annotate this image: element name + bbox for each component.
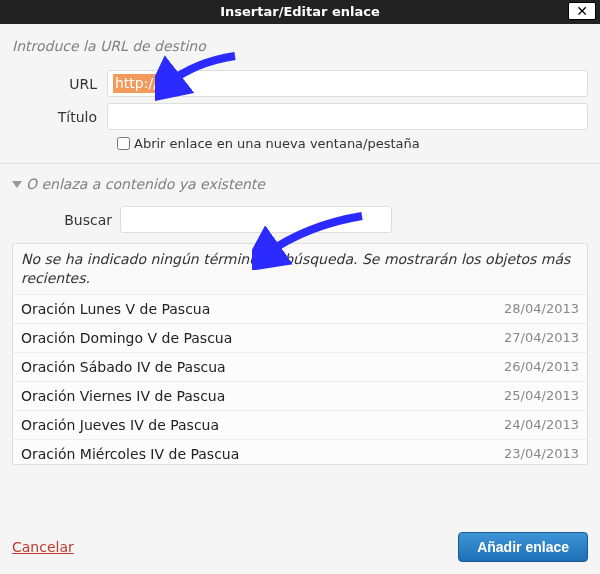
results-panel: No se ha indicado ningún término de búsq… bbox=[12, 243, 588, 465]
result-item[interactable]: Oración Domingo V de Pascua27/04/2013 bbox=[13, 324, 587, 353]
result-title: Oración Lunes V de Pascua bbox=[21, 301, 210, 317]
url-input[interactable]: http:// bbox=[107, 70, 588, 97]
dialog-footer: Cancelar Añadir enlace bbox=[0, 522, 600, 574]
dialog-titlebar: Insertar/Editar enlace ✕ bbox=[0, 0, 600, 24]
url-input-value: http:// bbox=[113, 74, 160, 93]
chevron-down-icon bbox=[12, 181, 22, 188]
result-item[interactable]: Oración Lunes V de Pascua28/04/2013 bbox=[13, 295, 587, 324]
result-item[interactable]: Oración Viernes IV de Pascua25/04/2013 bbox=[13, 382, 587, 411]
result-item[interactable]: Oración Jueves IV de Pascua24/04/2013 bbox=[13, 411, 587, 440]
result-date: 24/04/2013 bbox=[504, 417, 579, 432]
result-item[interactable]: Oración Sábado IV de Pascua26/04/2013 bbox=[13, 353, 587, 382]
url-label: URL bbox=[12, 76, 107, 92]
result-title: Oración Sábado IV de Pascua bbox=[21, 359, 226, 375]
existing-toggle[interactable]: O enlaza a contenido ya existente bbox=[12, 174, 588, 204]
result-date: 28/04/2013 bbox=[504, 301, 579, 316]
result-item[interactable]: Oración Miércoles IV de Pascua23/04/2013 bbox=[13, 440, 587, 464]
search-label: Buscar bbox=[12, 212, 120, 228]
title-label: Título bbox=[12, 109, 107, 125]
dialog-body: Introduce la URL de destino URL http:// … bbox=[0, 24, 600, 465]
results-scroll[interactable]: No se ha indicado ningún término de búsq… bbox=[13, 244, 587, 464]
result-title: Oración Miércoles IV de Pascua bbox=[21, 446, 239, 462]
divider bbox=[0, 163, 600, 164]
cancel-link[interactable]: Cancelar bbox=[12, 539, 74, 555]
title-input[interactable] bbox=[107, 103, 588, 130]
result-title: Oración Jueves IV de Pascua bbox=[21, 417, 219, 433]
existing-heading: O enlaza a contenido ya existente bbox=[26, 176, 265, 192]
result-title: Oración Viernes IV de Pascua bbox=[21, 388, 225, 404]
result-date: 23/04/2013 bbox=[504, 446, 579, 461]
result-title: Oración Domingo V de Pascua bbox=[21, 330, 232, 346]
url-row: URL http:// bbox=[12, 70, 588, 97]
dialog-title: Insertar/Editar enlace bbox=[220, 4, 380, 19]
submit-button[interactable]: Añadir enlace bbox=[458, 532, 588, 562]
dest-heading: Introduce la URL de destino bbox=[12, 34, 588, 64]
title-row: Título bbox=[12, 103, 588, 130]
open-new-checkbox[interactable] bbox=[117, 137, 130, 150]
result-date: 25/04/2013 bbox=[504, 388, 579, 403]
no-term-message: No se ha indicado ningún término de búsq… bbox=[13, 244, 587, 295]
open-new-label: Abrir enlace en una nueva ventana/pestañ… bbox=[134, 136, 420, 151]
search-input[interactable] bbox=[120, 206, 392, 233]
open-new-row: Abrir enlace en una nueva ventana/pestañ… bbox=[117, 136, 588, 151]
search-row: Buscar bbox=[12, 206, 588, 233]
result-date: 27/04/2013 bbox=[504, 330, 579, 345]
result-date: 26/04/2013 bbox=[504, 359, 579, 374]
close-button[interactable]: ✕ bbox=[568, 2, 596, 20]
